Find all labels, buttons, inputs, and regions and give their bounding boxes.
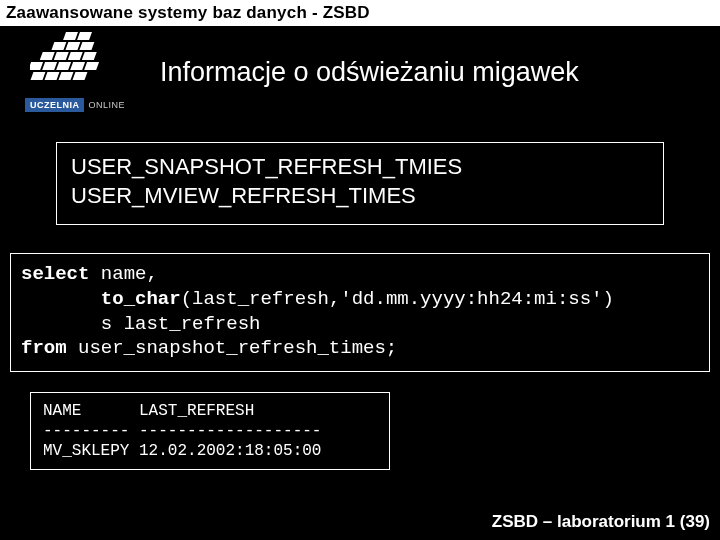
result-row: MV_SKLEPY 12.02.2002:18:05:00 [43, 441, 377, 461]
logo: UCZELNIA ONLINE [0, 32, 150, 112]
svg-rect-0 [63, 32, 78, 40]
svg-rect-14 [31, 72, 46, 80]
svg-rect-8 [82, 52, 97, 60]
result-divider: --------- ------------------- [43, 421, 377, 441]
slide-title: Informacje o odświeżaniu migawek [150, 57, 579, 88]
svg-rect-9 [30, 62, 43, 70]
svg-rect-6 [54, 52, 69, 60]
svg-rect-1 [77, 32, 92, 40]
svg-rect-3 [65, 42, 80, 50]
sql-line-4: from user_snapshot_refresh_times; [21, 336, 699, 361]
title-area: UCZELNIA ONLINE Informacje o odświeżaniu… [0, 26, 720, 118]
svg-rect-12 [70, 62, 85, 70]
view-name-1: USER_SNAPSHOT_REFRESH_TMIES [71, 153, 649, 182]
logo-uczelnia: UCZELNIA [25, 98, 85, 112]
svg-rect-4 [79, 42, 94, 50]
svg-rect-11 [56, 62, 71, 70]
svg-rect-7 [68, 52, 83, 60]
svg-rect-10 [42, 62, 57, 70]
sql-box: select name, to_char(last_refresh,'dd.mm… [10, 253, 710, 372]
svg-rect-13 [84, 62, 99, 70]
logo-text: UCZELNIA ONLINE [25, 98, 125, 112]
svg-rect-15 [45, 72, 60, 80]
result-box: NAME LAST_REFRESH --------- ------------… [30, 392, 390, 470]
svg-rect-5 [40, 52, 55, 60]
svg-rect-2 [51, 42, 66, 50]
sql-line-1: select name, [21, 262, 699, 287]
views-box: USER_SNAPSHOT_REFRESH_TMIES USER_MVIEW_R… [56, 142, 664, 225]
result-header: NAME LAST_REFRESH [43, 401, 377, 421]
svg-rect-17 [73, 72, 88, 80]
logo-online: ONLINE [88, 100, 125, 110]
course-header: Zaawansowane systemy baz danych - ZSBD [0, 0, 720, 26]
sql-line-2: to_char(last_refresh,'dd.mm.yyyy:hh24:mi… [21, 287, 699, 312]
cubes-icon [30, 32, 120, 92]
svg-rect-16 [59, 72, 74, 80]
view-name-2: USER_MVIEW_REFRESH_TIMES [71, 182, 649, 211]
footer: ZSBD – laboratorium 1 (39) [492, 512, 710, 532]
sql-line-3: s last_refresh [21, 312, 699, 337]
